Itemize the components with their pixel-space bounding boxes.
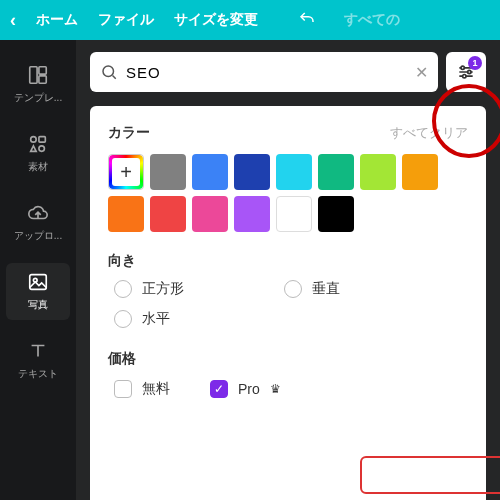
radio-icon — [284, 280, 302, 298]
sidebar-item-templates[interactable]: テンプレ... — [6, 56, 70, 113]
templates-icon — [27, 64, 49, 86]
color-swatch[interactable] — [318, 154, 354, 190]
orientation-square[interactable]: 正方形 — [114, 280, 244, 298]
color-swatch[interactable] — [276, 154, 312, 190]
color-swatch[interactable] — [108, 196, 144, 232]
sidebar-item-text[interactable]: テキスト — [6, 332, 70, 389]
checkbox-checked-icon: ✓ — [210, 380, 228, 398]
color-swatch[interactable] — [234, 196, 270, 232]
radio-icon — [114, 280, 132, 298]
menu-resize[interactable]: サイズを変更 — [174, 11, 258, 29]
svg-rect-1 — [39, 67, 46, 74]
color-swatch[interactable] — [360, 154, 396, 190]
svg-point-5 — [39, 146, 44, 152]
menu-file[interactable]: ファイル — [98, 11, 154, 29]
filter-badge: 1 — [468, 56, 482, 70]
sidebar-item-label: テキスト — [18, 367, 58, 381]
sidebar-item-uploads[interactable]: アップロ... — [6, 194, 70, 251]
undo-icon[interactable] — [298, 10, 316, 31]
color-swatches: + — [108, 154, 468, 232]
color-swatch[interactable] — [234, 154, 270, 190]
color-swatch[interactable] — [402, 154, 438, 190]
price-free[interactable]: 無料 — [114, 380, 170, 398]
section-title-color: カラー — [108, 124, 150, 142]
search-input[interactable] — [126, 64, 407, 81]
sidebar-item-label: 写真 — [28, 298, 48, 312]
svg-point-9 — [461, 66, 464, 69]
clear-search-icon[interactable]: ✕ — [415, 63, 428, 82]
sidebar-item-label: テンプレ... — [14, 91, 62, 105]
filter-panel: カラー すべてクリア + 向き 正方形 — [90, 106, 486, 500]
radio-icon — [114, 310, 132, 328]
clear-all-link[interactable]: すべてクリア — [390, 124, 468, 142]
menu-faded: すべての — [344, 11, 400, 29]
menu-home[interactable]: ホーム — [36, 11, 78, 29]
svg-point-8 — [103, 66, 114, 77]
svg-point-3 — [31, 137, 37, 143]
sidebar: テンプレ... 素材 アップロ... 写真 テキスト — [0, 40, 76, 500]
top-menu: ‹ ホーム ファイル サイズを変更 すべての — [0, 0, 500, 40]
color-swatch[interactable] — [276, 196, 312, 232]
section-title-orientation: 向き — [108, 252, 468, 270]
svg-rect-4 — [39, 137, 45, 143]
crown-icon: ♛ — [270, 382, 281, 396]
text-icon — [27, 340, 49, 362]
section-title-price: 価格 — [108, 350, 468, 368]
color-swatch[interactable] — [150, 154, 186, 190]
color-swatch[interactable] — [192, 154, 228, 190]
search-icon — [100, 63, 118, 81]
sidebar-item-photos[interactable]: 写真 — [6, 263, 70, 320]
sidebar-item-elements[interactable]: 素材 — [6, 125, 70, 182]
svg-rect-6 — [30, 275, 47, 290]
photo-icon — [27, 271, 49, 293]
svg-point-10 — [468, 70, 471, 73]
checkbox-icon — [114, 380, 132, 398]
svg-rect-0 — [30, 67, 37, 84]
elements-icon — [27, 133, 49, 155]
back-chevron-icon[interactable]: ‹ — [10, 10, 16, 31]
price-pro[interactable]: ✓Pro♛ — [210, 380, 281, 398]
upload-icon — [27, 202, 49, 224]
sidebar-item-label: 素材 — [28, 160, 48, 174]
filter-button[interactable]: 1 — [446, 52, 486, 92]
svg-rect-2 — [39, 76, 46, 83]
orientation-horizontal[interactable]: 水平 — [114, 310, 244, 328]
color-swatch[interactable] — [192, 196, 228, 232]
orientation-vertical[interactable]: 垂直 — [284, 280, 414, 298]
color-swatch[interactable] — [150, 196, 186, 232]
svg-point-11 — [463, 75, 466, 78]
sidebar-item-label: アップロ... — [14, 229, 62, 243]
add-color-swatch[interactable]: + — [108, 154, 144, 190]
panel: ✕ 1 カラー すべてクリア + — [76, 40, 500, 500]
color-swatch[interactable] — [318, 196, 354, 232]
search-box[interactable]: ✕ — [90, 52, 438, 92]
